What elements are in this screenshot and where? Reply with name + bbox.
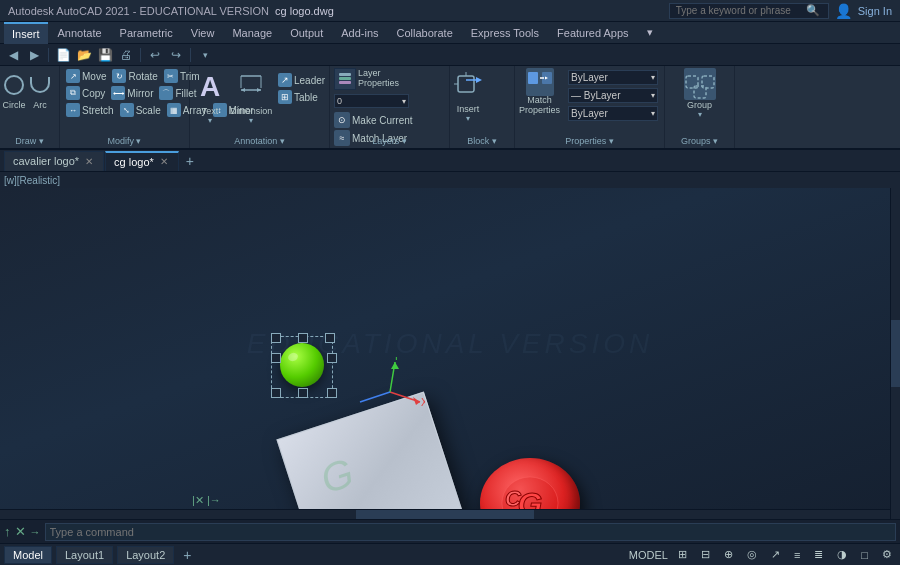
qat-extra[interactable]: ▾ (196, 46, 214, 64)
layer-dropdown[interactable]: 0 ▾ (334, 94, 409, 108)
qat-sep3 (190, 48, 191, 62)
selection-handle-topright (325, 333, 335, 343)
qat-open-button[interactable]: 📂 (75, 46, 93, 64)
leader-button[interactable]: ↗ Leader (276, 72, 327, 88)
sign-in-link[interactable]: Sign In (858, 5, 892, 17)
ribbon-tab-insert[interactable]: Insert (4, 22, 48, 44)
match-properties-button[interactable]: MatchProperties (519, 68, 560, 116)
svg-line-30 (360, 392, 390, 402)
scale-button[interactable]: ⤡ Scale (118, 102, 163, 118)
text-button[interactable]: A Text ▾ (194, 68, 226, 125)
status-polar-icon[interactable]: ◎ (743, 547, 761, 562)
svg-text:X: X (421, 397, 425, 408)
layer-properties-button[interactable] (334, 68, 356, 90)
status-lweight-icon[interactable]: ≣ (810, 547, 827, 562)
text-label: Text (202, 106, 219, 116)
search-box[interactable]: 🔍 (669, 3, 829, 19)
search-input[interactable] (676, 5, 806, 16)
modify-group-label[interactable]: Modify ▾ (60, 136, 189, 146)
status-tab-add-button[interactable]: + (178, 546, 196, 564)
scrollbar-right[interactable] (890, 188, 900, 519)
group-label: Group (687, 100, 712, 110)
canvas-area[interactable]: EDUCATIONAL VERSION G G C (0, 188, 900, 519)
dimension-button[interactable]: Dimension ▾ (233, 68, 269, 125)
rotate-button[interactable]: ↻ Rotate (110, 68, 159, 84)
draw-group-label[interactable]: Draw ▾ (0, 136, 59, 146)
groups-group-label[interactable]: Groups ▾ (665, 136, 734, 146)
qat-new-button[interactable]: 📄 (54, 46, 72, 64)
command-area: ↑ ✕ → (0, 519, 900, 543)
mirror-icon: ⟷ (111, 86, 125, 100)
viewport-label: [w][Realistic] (4, 175, 60, 186)
status-isnap-icon[interactable]: ↗ (767, 547, 784, 562)
ribbon-tab-view[interactable]: View (183, 22, 223, 44)
layer-properties-label: LayerProperties (358, 69, 399, 89)
ribbon-tab-more[interactable]: ▾ (639, 22, 661, 44)
viewport-info: [w][Realistic] (0, 172, 900, 188)
ribbon-tab-parametric[interactable]: Parametric (112, 22, 181, 44)
doc-tab-cavalier-close[interactable]: ✕ (83, 156, 95, 167)
ribbon-tab-collaborate[interactable]: Collaborate (389, 22, 461, 44)
status-dyn-icon[interactable]: ≡ (790, 548, 804, 562)
copy-button[interactable]: ⧉ Copy (64, 85, 107, 101)
table-icon: ⊞ (278, 90, 292, 104)
circle-button[interactable]: Circle (3, 68, 25, 112)
table-button[interactable]: ⊞ Table (276, 89, 327, 105)
insert-block-button[interactable]: Insert ▾ (454, 68, 482, 123)
properties-group-label[interactable]: Properties ▾ (515, 136, 664, 146)
status-tab-layout1[interactable]: Layout1 (56, 546, 113, 564)
layers-group-label[interactable]: Layers ▾ (330, 136, 449, 146)
green-sphere-object[interactable] (280, 343, 324, 387)
ribbon: Circle Arc Draw ▾ ↗ Move ↻ Rotate ✂ (0, 66, 900, 150)
doc-tab-cglogo[interactable]: cg logo* ✕ (105, 151, 179, 171)
ribbon-tab-manage[interactable]: Manage (224, 22, 280, 44)
status-tab-layout2[interactable]: Layout2 (117, 546, 174, 564)
make-current-button[interactable]: ⊙ Make Current (334, 112, 413, 128)
qat-undo-button[interactable]: ↩ (146, 46, 164, 64)
ribbon-tab-annotate[interactable]: Annotate (50, 22, 110, 44)
ribbon-tab-featured[interactable]: Featured Apps (549, 22, 637, 44)
doc-tab-add-button[interactable]: + (180, 151, 200, 171)
ribbon-tab-addins[interactable]: Add-ins (333, 22, 386, 44)
qat-back-button[interactable]: ◀ (4, 46, 22, 64)
qat-print-button[interactable]: 🖨 (117, 46, 135, 64)
lineweight-dropdown[interactable]: ByLayer ▾ (568, 106, 658, 121)
layers-group: LayerProperties 0 ▾ ⊙ Make Current ≈ Mat… (330, 66, 450, 148)
status-bar: Model Layout1 Layout2 + MODEL ⊞ ⊟ ⊕ ◎ ↗ … (0, 543, 900, 565)
linetype-dropdown[interactable]: — ByLayer ▾ (568, 88, 658, 103)
status-tab-model[interactable]: Model (4, 546, 52, 564)
command-input[interactable] (45, 523, 897, 541)
status-trans-icon[interactable]: ◑ (833, 547, 851, 562)
move-button[interactable]: ↗ Move (64, 68, 108, 84)
group-button[interactable]: Group ▾ (684, 68, 716, 119)
ribbon-tab-output[interactable]: Output (282, 22, 331, 44)
svg-rect-6 (339, 73, 351, 76)
properties-group: MatchProperties ByLayer ▾ — ByLayer ▾ By… (515, 66, 665, 148)
block-group-label[interactable]: Block ▾ (450, 136, 514, 146)
cmd-expand-icon[interactable]: ↑ (4, 524, 11, 539)
status-snap-icon[interactable]: ⊟ (697, 547, 714, 562)
status-sel-icon[interactable]: □ (857, 548, 872, 562)
qat-forward-button[interactable]: ▶ (25, 46, 43, 64)
status-ortho-icon[interactable]: ⊕ (720, 547, 737, 562)
viewport-icon[interactable]: |✕ |→ (192, 494, 221, 507)
qat-redo-button[interactable]: ↪ (167, 46, 185, 64)
color-dropdown-chevron: ▾ (651, 73, 655, 82)
stretch-button[interactable]: ↔ Stretch (64, 102, 116, 118)
text-icon: A (194, 68, 226, 106)
cmd-settings-icon[interactable]: ✕ (15, 524, 26, 539)
color-dropdown[interactable]: ByLayer ▾ (568, 70, 658, 85)
mirror-button[interactable]: ⟷ Mirror (109, 85, 155, 101)
arc-button[interactable]: Arc (29, 68, 51, 112)
status-grid-icon[interactable]: ⊞ (674, 547, 691, 562)
cmd-arrow-icon[interactable]: → (30, 526, 41, 538)
status-gear-icon[interactable]: ⚙ (878, 547, 896, 562)
scrollbar-bottom[interactable] (0, 509, 890, 519)
doc-tab-cavalier[interactable]: cavalier logo* ✕ (4, 151, 104, 171)
doc-tab-cglogo-close[interactable]: ✕ (158, 156, 170, 167)
ribbon-tab-express[interactable]: Express Tools (463, 22, 547, 44)
circle-icon (4, 75, 24, 95)
svg-marker-5 (257, 88, 261, 92)
qat-save-button[interactable]: 💾 (96, 46, 114, 64)
annotation-group-label[interactable]: Annotation ▾ (190, 136, 329, 146)
